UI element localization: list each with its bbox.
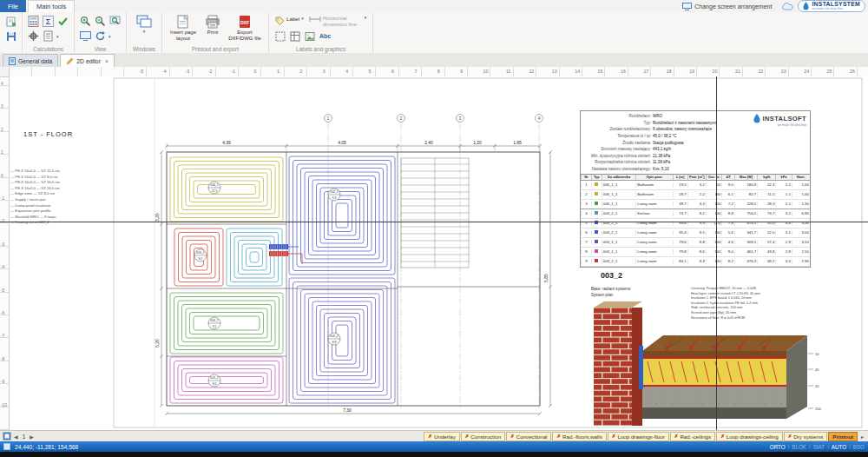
label-button-label: Label bbox=[286, 17, 299, 23]
ruler-number: -3 bbox=[1, 242, 4, 247]
drawing-canvas[interactable]: 1234006_121,5003_28,2003_29,3003_29,5003… bbox=[0, 76, 868, 430]
export-dxf-dwg-button[interactable]: DXF Export DXF/DWG file bbox=[226, 15, 264, 43]
mode-bso[interactable]: BSO bbox=[853, 444, 865, 450]
construction-notes: Covering: Parquet HM127, 10 mm — 0,048He… bbox=[691, 286, 814, 320]
ribbon-group-printout: Insert page layout Print DXF Export DXF/… bbox=[162, 12, 269, 53]
general-data-icon bbox=[9, 57, 16, 65]
change-screen-arrangement-button[interactable]: Change screen arrangement bbox=[677, 2, 777, 11]
calculate-button[interactable] bbox=[27, 15, 40, 28]
frame-tool-button[interactable] bbox=[273, 30, 286, 43]
circuit-cell: 7,2 bbox=[721, 202, 734, 206]
ruler-number: 10 bbox=[483, 69, 489, 74]
floor-title: 1ST - FLOOR bbox=[23, 130, 73, 138]
layer-tab-rad-ceilings[interactable]: ✗Rad.-ceilings bbox=[670, 432, 715, 441]
redraw-button[interactable] bbox=[94, 30, 107, 43]
layer-off-icon: ✗ bbox=[510, 434, 515, 439]
circuit-cell: 11,5 bbox=[757, 192, 775, 196]
windows-dropdown-button[interactable]: ▾ bbox=[131, 15, 157, 35]
tab-general-data[interactable]: General data bbox=[3, 54, 58, 67]
horizontal-dimension-line-button[interactable]: Horizontal dimension line ▾ bbox=[307, 15, 369, 29]
chevron-down-icon: ▾ bbox=[143, 30, 146, 35]
layer-tab-rad-floors-walls[interactable]: ✗Rad.-floors,walls bbox=[552, 432, 606, 441]
new-project-button[interactable] bbox=[4, 15, 17, 28]
calc-options-button[interactable] bbox=[27, 30, 40, 43]
zoom-out-button[interactable] bbox=[94, 15, 107, 28]
ribbon-tab-main-tools[interactable]: Main tools bbox=[28, 0, 75, 12]
circuit-cell: 9 bbox=[581, 259, 591, 263]
layer-tab-label: Construction bbox=[470, 434, 501, 440]
staircase bbox=[401, 158, 469, 268]
page-layout-icon bbox=[176, 15, 190, 29]
zoom-in-button[interactable] bbox=[79, 15, 92, 28]
circuit-cell: 1,00 bbox=[792, 182, 810, 187]
label-button[interactable]: Label ▾ bbox=[273, 16, 306, 27]
image-tool-button[interactable] bbox=[303, 30, 316, 43]
insert-page-layout-button[interactable]: Insert page layout bbox=[167, 15, 200, 43]
chevron-down-icon[interactable]: ▾ bbox=[56, 34, 59, 39]
layer-tab-construction[interactable]: ✗Construction bbox=[461, 432, 505, 441]
brand-tagline: we make the data flow bbox=[812, 8, 860, 11]
layer-tab-convectional[interactable]: ✗Convectional bbox=[506, 432, 551, 441]
droplet-icon bbox=[753, 114, 760, 123]
screen-view-button[interactable] bbox=[79, 30, 92, 43]
group-label-calculations: Calculations bbox=[23, 46, 74, 52]
separator: | bbox=[788, 444, 790, 449]
zoom-extents-button[interactable] bbox=[108, 15, 122, 28]
results-button[interactable]: Σ bbox=[42, 15, 55, 28]
layer-dimension: 20 bbox=[815, 384, 819, 388]
ruler-number: -6 bbox=[1, 311, 4, 315]
construction-detail-drawing: 104520150 bbox=[594, 301, 821, 426]
status-icon bbox=[3, 443, 10, 450]
circuit-cell: 2 bbox=[581, 192, 591, 196]
table-tool-button[interactable] bbox=[288, 30, 301, 43]
droplet-icon bbox=[803, 2, 809, 10]
circuit-row: 9003_2_1Living room84,18,91008,2476,349,… bbox=[581, 257, 810, 267]
close-tab-icon[interactable]: × bbox=[105, 58, 108, 64]
legend-line: — Damp-proof insulation bbox=[10, 203, 113, 209]
refresh-icon bbox=[95, 30, 106, 42]
layer-tab-loop-drawings-ceiling[interactable]: ✗Loop drawings-ceiling bbox=[716, 432, 782, 441]
save-project-button[interactable] bbox=[4, 30, 17, 43]
ruler-number: -10 bbox=[1, 403, 7, 407]
mode-siat[interactable]: SIAT bbox=[813, 444, 825, 450]
next-page-button[interactable]: ▶ bbox=[29, 434, 35, 440]
construction-note-line: Resistance of floor: R = 0,05 m²K/W bbox=[691, 315, 814, 321]
svg-text:9,5: 9,5 bbox=[213, 325, 217, 328]
mode-blok[interactable]: BLOK bbox=[792, 444, 806, 450]
ruler-number: 8 bbox=[437, 69, 440, 74]
info-label: Temperatura tz / tp: bbox=[582, 133, 653, 140]
print-button[interactable]: Print bbox=[201, 15, 224, 43]
instalsoft-logo: INSTALSOFT we make the idea flow bbox=[730, 111, 810, 174]
layer-tab-printout[interactable]: Printout bbox=[828, 432, 858, 441]
pages-icon[interactable] bbox=[3, 432, 11, 440]
layer-tab-label: Loop drawings-floor bbox=[617, 434, 664, 440]
pipe-legend: — PE-X 16x2,0 — VZ 12,0 cm— PE-X 16x2,0 … bbox=[10, 169, 113, 226]
calc-report-button[interactable] bbox=[42, 30, 55, 43]
scroll-tabs-right-button[interactable]: ▸ bbox=[859, 434, 865, 440]
ribbon-group-quick bbox=[0, 12, 23, 53]
tab-2d-editor[interactable]: 2D editor × bbox=[60, 54, 115, 67]
circuit-cell: 2,8 bbox=[775, 249, 791, 254]
layer-tab-dry-systems[interactable]: ✗Dry systems bbox=[784, 432, 828, 441]
diagnostics-button[interactable] bbox=[56, 15, 69, 28]
monitor-icon bbox=[682, 3, 692, 10]
prev-page-button[interactable]: ◀ bbox=[13, 434, 19, 440]
circuit-table-body: 1006_1_1Bathroom19,53,2509,0180,922,32,2… bbox=[581, 181, 810, 267]
abc-text-button[interactable]: Abc bbox=[318, 32, 332, 41]
chevron-down-icon[interactable]: ▾ bbox=[108, 34, 111, 39]
legend-line: — Expansion joint profile bbox=[10, 209, 113, 215]
legend-line: — PE-X 16x2,0 — VZ 8,0 cm bbox=[10, 175, 113, 181]
ruler-number: 1 bbox=[1, 150, 3, 155]
layer-tab-loop-drawings-floor[interactable]: ✗Loop drawings-floor bbox=[608, 432, 669, 441]
ruler-number: -5 bbox=[140, 69, 144, 74]
circuit-cell: 84,1 bbox=[673, 259, 687, 263]
cloud-icon[interactable] bbox=[781, 3, 793, 10]
mode-orto[interactable]: ORTO bbox=[770, 444, 786, 450]
mode-auto[interactable]: AUTO bbox=[832, 444, 846, 450]
circuit-cell: 28,3 bbox=[757, 202, 775, 206]
layer-tab-underlay[interactable]: ✗Underlay bbox=[424, 432, 459, 441]
file-menu-button[interactable]: File bbox=[0, 0, 26, 12]
pencil-icon bbox=[66, 57, 74, 65]
circuit-cell: 2,50 bbox=[792, 249, 810, 254]
circuit-cell: 3,2 bbox=[687, 182, 706, 187]
